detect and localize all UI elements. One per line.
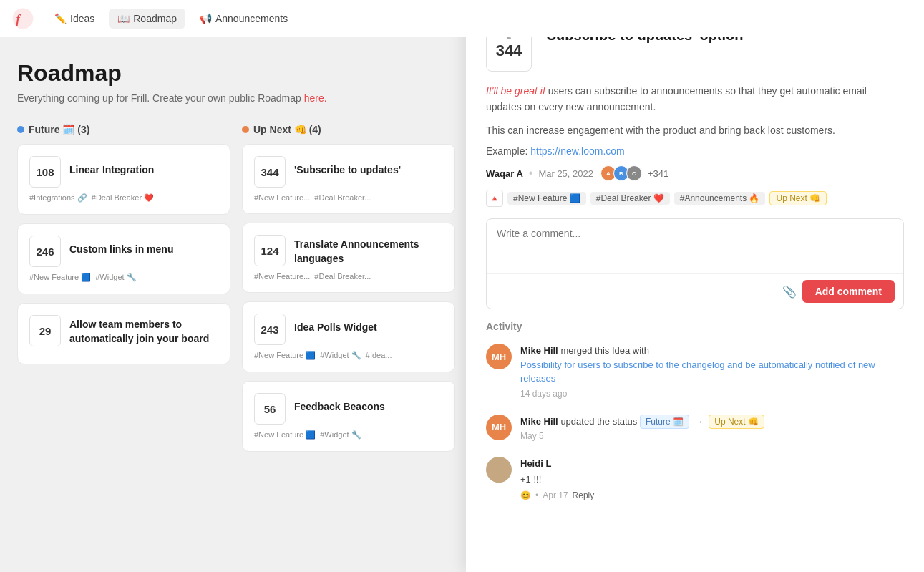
activity-content-status: Mike Hill updated the status Future 🗓️ →… <box>520 415 904 443</box>
card-title-custom: Custom links in menu <box>69 236 173 257</box>
status-time: May 5 <box>520 430 904 442</box>
reply-button[interactable]: Reply <box>573 489 595 502</box>
book-icon: 📖 <box>117 13 130 24</box>
merge-author: Mike Hill <box>520 345 558 356</box>
avatar-group: A B C <box>600 165 642 181</box>
nav-label-announcements: Announcements <box>215 13 288 24</box>
detail-desc-2: This can increase engagement with the pr… <box>486 122 904 138</box>
card-translate[interactable]: 124 Translate Announcements languages #N… <box>242 223 455 293</box>
status-from: Future 🗓️ <box>640 415 689 429</box>
detail-desc-1: It'll be great if users can subscribe to… <box>486 83 904 115</box>
roadmap-here-link[interactable]: here. <box>304 92 327 104</box>
megaphone-icon: 📢 <box>200 13 212 24</box>
arrow-icon: → <box>695 417 704 427</box>
nav-item-ideas[interactable]: ✏️ Ideas <box>46 9 103 29</box>
comment-time: Apr 17 <box>543 489 568 502</box>
tag-new-feature[interactable]: #New Feature 🟦 <box>507 192 586 205</box>
future-column-header: Future 🗓️ (3) <box>17 124 230 135</box>
status-author: Mike Hill <box>520 416 558 427</box>
left-panel: Roadmap Everything coming up for Frill. … <box>0 37 472 572</box>
activity-section: Activity MH Mike Hill merged this Idea w… <box>466 321 924 572</box>
avatar-3: C <box>626 165 642 181</box>
rank-icon: 🔺 <box>486 190 503 207</box>
merge-link[interactable]: Possibility for users to subscribe to th… <box>520 359 875 384</box>
status-action: updated the status <box>560 416 640 427</box>
vote-box-team: 29 <box>29 315 61 346</box>
comment-dot: • <box>535 489 538 502</box>
nav-item-announcements[interactable]: 📢 Announcements <box>191 9 296 29</box>
svg-point-3 <box>490 472 507 483</box>
future-column: Future 🗓️ (3) 108 Linear Integration #In… <box>17 124 230 460</box>
upnext-column: Up Next 👊 (4) 344 'Subscribe to updates'… <box>242 124 455 460</box>
card-team-members[interactable]: 29 Allow team members to automatically j… <box>17 303 230 364</box>
detail-vote-count: 344 <box>496 42 522 60</box>
vote-box-polls: 243 <box>254 314 286 345</box>
emoji-reaction-icon[interactable]: 😊 <box>520 489 531 502</box>
activity-title: Activity <box>486 321 904 332</box>
comment-footer-row: 😊 • Apr 17 Reply <box>520 489 904 502</box>
upnext-dot <box>242 126 249 133</box>
author-name: Waqar A <box>486 168 523 179</box>
plus-count: +341 <box>648 168 668 179</box>
card-polls[interactable]: 243 Idea Polls Widget #New Feature 🟦 #Wi… <box>242 301 455 372</box>
card-linear[interactable]: 108 Linear Integration #Integrations 🔗 #… <box>17 144 230 215</box>
vote-box-translate: 124 <box>254 235 286 266</box>
status-upnext-tag[interactable]: Up Next 👊 <box>769 191 827 205</box>
attach-icon[interactable]: 📎 <box>782 285 797 299</box>
detail-panel: ▲ 344 'Subscribe to updates' option × It… <box>466 0 924 572</box>
comment-text: +1 !!! <box>520 472 904 487</box>
activity-item-comment: Heidi L +1 !!! 😊 • Apr 17 Reply <box>486 457 904 502</box>
vote-box-subscribe: 344 <box>254 156 286 188</box>
columns-container: Future 🗓️ (3) 108 Linear Integration #In… <box>17 124 455 460</box>
card-feedback[interactable]: 56 Feedback Beacons #New Feature 🟦 #Widg… <box>242 381 455 452</box>
card-subscribe[interactable]: 344 'Subscribe to updates' #New Feature.… <box>242 144 455 214</box>
comment-box: 📎 Add comment <box>486 218 904 309</box>
activity-content-merge: Mike Hill merged this Idea with Possibil… <box>520 344 904 400</box>
card-title-translate: Translate Announcements languages <box>294 235 443 266</box>
card-tags-subscribe: #New Feature... #Deal Breaker... <box>254 193 443 202</box>
page-subtitle: Everything coming up for Frill. Create y… <box>17 92 455 104</box>
activity-content-comment: Heidi L +1 !!! 😊 • Apr 17 Reply <box>520 457 904 502</box>
activity-item-merge: MH Mike Hill merged this Idea with Possi… <box>486 344 904 400</box>
comment-textarea[interactable] <box>487 219 903 271</box>
detail-example: Example: https://new.loom.com <box>486 145 904 157</box>
tag-deal-breaker[interactable]: #Deal Breaker ❤️ <box>590 192 670 205</box>
svg-point-2 <box>494 462 504 472</box>
card-title-polls: Idea Polls Widget <box>294 314 377 335</box>
vote-box-linear: 108 <box>29 156 61 188</box>
future-dot <box>17 126 24 133</box>
meta-dot: • <box>529 167 533 180</box>
card-tags-custom: #New Feature 🟦 #Widget 🔧 <box>29 273 218 282</box>
card-title-linear: Linear Integration <box>69 156 154 178</box>
nav-item-roadmap[interactable]: 📖 Roadmap <box>109 9 185 29</box>
card-tags-linear: #Integrations 🔗 #Deal Breaker ❤️ <box>29 193 218 203</box>
comment-author: Heidi L <box>520 458 551 469</box>
activity-item-status: MH Mike Hill updated the status Future 🗓… <box>486 415 904 443</box>
detail-tags-row: 🔺 #New Feature 🟦 #Deal Breaker ❤️ #Annou… <box>466 190 924 218</box>
card-title-team: Allow team members to automatically join… <box>69 315 218 346</box>
detail-meta: Waqar A • Mar 25, 2022 A B C +341 <box>466 165 924 190</box>
nav-label-roadmap: Roadmap <box>133 13 177 24</box>
future-label: Future 🗓️ (3) <box>29 124 89 135</box>
status-to: Up Next 👊 <box>709 415 764 429</box>
card-custom-links[interactable]: 246 Custom links in menu #New Feature 🟦 … <box>17 223 230 294</box>
frill-logo[interactable]: f <box>11 7 34 30</box>
card-tags-translate: #New Feature... #Deal Breaker... <box>254 272 443 281</box>
nav-label-ideas: Ideas <box>70 13 94 24</box>
card-tags-polls: #New Feature 🟦 #Widget 🔧 #Idea... <box>254 351 443 360</box>
tag-announcements[interactable]: #Announcements 🔥 <box>674 192 766 205</box>
card-title-subscribe: 'Subscribe to updates' <box>294 156 401 178</box>
avatar-mike-2: MH <box>486 415 512 440</box>
merge-action: merged this Idea with <box>560 345 649 356</box>
vote-box-custom: 246 <box>29 236 61 267</box>
vote-box-feedback: 56 <box>254 393 286 425</box>
avatar-mike-1: MH <box>486 344 512 369</box>
page-title: Roadmap <box>17 60 455 87</box>
example-link[interactable]: https://new.loom.com <box>530 145 625 157</box>
upnext-label: Up Next 👊 (4) <box>253 124 321 135</box>
upnext-column-header: Up Next 👊 (4) <box>242 124 455 135</box>
card-title-feedback: Feedback Beacons <box>294 393 385 415</box>
detail-description: It'll be great if users can subscribe to… <box>466 83 924 165</box>
add-comment-button[interactable]: Add comment <box>802 280 895 303</box>
pencil-icon: ✏️ <box>54 13 67 24</box>
